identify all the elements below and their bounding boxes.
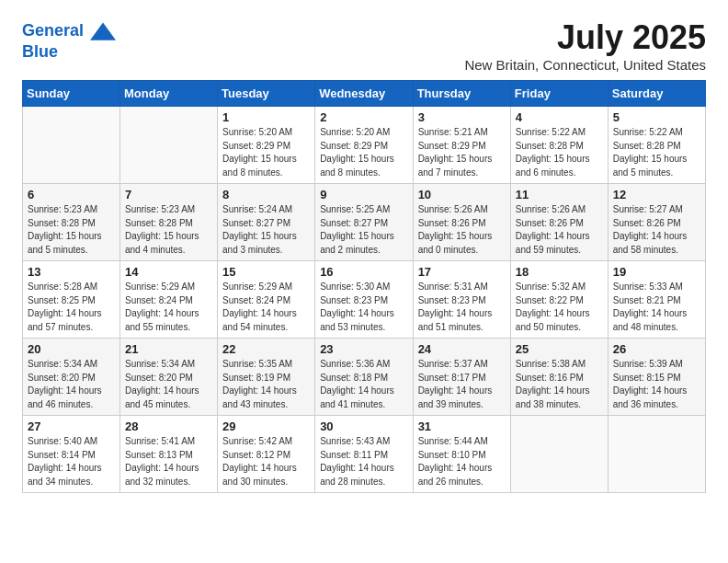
day-number: 28	[125, 419, 212, 433]
logo-text: General	[22, 18, 116, 44]
day-info: Sunrise: 5:23 AM Sunset: 8:28 PM Dayligh…	[125, 203, 212, 257]
calendar-cell: 11Sunrise: 5:26 AM Sunset: 8:26 PM Dayli…	[510, 184, 608, 261]
day-info: Sunrise: 5:44 AM Sunset: 8:10 PM Dayligh…	[418, 435, 506, 488]
day-info: Sunrise: 5:32 AM Sunset: 8:22 PM Dayligh…	[516, 281, 603, 334]
day-number: 26	[613, 342, 700, 356]
day-info: Sunrise: 5:29 AM Sunset: 8:24 PM Dayligh…	[222, 281, 310, 334]
calendar-cell: 24Sunrise: 5:37 AM Sunset: 8:17 PM Dayli…	[413, 339, 510, 416]
day-info: Sunrise: 5:33 AM Sunset: 8:21 PM Dayligh…	[613, 281, 700, 334]
calendar-cell: 19Sunrise: 5:33 AM Sunset: 8:21 PM Dayli…	[608, 261, 705, 339]
day-number: 15	[222, 265, 310, 279]
day-number: 22	[222, 342, 310, 356]
day-number: 17	[418, 265, 506, 279]
calendar-cell: 1Sunrise: 5:20 AM Sunset: 8:29 PM Daylig…	[218, 107, 315, 184]
day-info: Sunrise: 5:26 AM Sunset: 8:26 PM Dayligh…	[516, 203, 603, 257]
day-info: Sunrise: 5:35 AM Sunset: 8:19 PM Dayligh…	[222, 358, 310, 411]
day-number: 30	[320, 419, 407, 433]
day-number: 9	[320, 188, 407, 201]
calendar-table: SundayMondayTuesdayWednesdayThursdayFrid…	[22, 80, 706, 493]
day-number: 31	[418, 419, 506, 433]
calendar-week-row: 13Sunrise: 5:28 AM Sunset: 8:25 PM Dayli…	[23, 261, 706, 339]
day-info: Sunrise: 5:42 AM Sunset: 8:12 PM Dayligh…	[222, 435, 310, 488]
day-number: 25	[516, 342, 603, 356]
day-number: 2	[320, 110, 407, 124]
calendar-cell: 3Sunrise: 5:21 AM Sunset: 8:29 PM Daylig…	[413, 107, 510, 184]
day-number: 8	[222, 188, 310, 201]
day-info: Sunrise: 5:21 AM Sunset: 8:29 PM Dayligh…	[418, 126, 506, 179]
page-header: General Blue July 2025 New Britain, Conn…	[22, 18, 706, 73]
weekday-header: Thursday	[413, 81, 510, 107]
day-info: Sunrise: 5:34 AM Sunset: 8:20 PM Dayligh…	[125, 358, 212, 411]
calendar-cell	[510, 416, 608, 493]
day-number: 18	[516, 265, 603, 279]
day-number: 14	[125, 265, 212, 279]
calendar-cell: 28Sunrise: 5:41 AM Sunset: 8:13 PM Dayli…	[120, 416, 218, 493]
calendar-week-row: 20Sunrise: 5:34 AM Sunset: 8:20 PM Dayli…	[23, 339, 706, 416]
day-number: 23	[320, 342, 407, 356]
title-block: July 2025 New Britain, Connecticut, Unit…	[464, 18, 706, 73]
day-info: Sunrise: 5:27 AM Sunset: 8:26 PM Dayligh…	[613, 203, 700, 257]
calendar-cell: 12Sunrise: 5:27 AM Sunset: 8:26 PM Dayli…	[608, 184, 705, 261]
logo-blue: Blue	[22, 42, 116, 62]
calendar-cell: 10Sunrise: 5:26 AM Sunset: 8:26 PM Dayli…	[413, 184, 510, 261]
calendar-cell: 9Sunrise: 5:25 AM Sunset: 8:27 PM Daylig…	[315, 184, 413, 261]
day-number: 10	[418, 188, 506, 201]
svg-marker-0	[90, 22, 116, 40]
day-number: 5	[613, 110, 700, 124]
calendar-cell: 5Sunrise: 5:22 AM Sunset: 8:28 PM Daylig…	[608, 107, 705, 184]
calendar-cell: 4Sunrise: 5:22 AM Sunset: 8:28 PM Daylig…	[510, 107, 608, 184]
day-info: Sunrise: 5:22 AM Sunset: 8:28 PM Dayligh…	[613, 126, 700, 179]
calendar-cell: 30Sunrise: 5:43 AM Sunset: 8:11 PM Dayli…	[315, 416, 413, 493]
weekday-header: Sunday	[23, 81, 120, 107]
calendar-cell: 18Sunrise: 5:32 AM Sunset: 8:22 PM Dayli…	[510, 261, 608, 339]
day-number: 6	[28, 188, 115, 201]
day-number: 27	[28, 419, 115, 433]
weekday-header: Tuesday	[218, 81, 315, 107]
day-number: 21	[125, 342, 212, 356]
calendar-cell: 2Sunrise: 5:20 AM Sunset: 8:29 PM Daylig…	[315, 107, 413, 184]
calendar-cell: 23Sunrise: 5:36 AM Sunset: 8:18 PM Dayli…	[315, 339, 413, 416]
calendar-cell	[120, 107, 218, 184]
month-title: July 2025	[464, 18, 706, 57]
day-info: Sunrise: 5:41 AM Sunset: 8:13 PM Dayligh…	[125, 435, 212, 488]
weekday-header: Friday	[510, 81, 608, 107]
calendar-cell: 29Sunrise: 5:42 AM Sunset: 8:12 PM Dayli…	[218, 416, 315, 493]
location-title: New Britain, Connecticut, United States	[464, 57, 706, 73]
calendar-week-row: 1Sunrise: 5:20 AM Sunset: 8:29 PM Daylig…	[23, 107, 706, 184]
calendar-week-row: 6Sunrise: 5:23 AM Sunset: 8:28 PM Daylig…	[23, 184, 706, 261]
day-info: Sunrise: 5:20 AM Sunset: 8:29 PM Dayligh…	[222, 126, 310, 179]
day-number: 13	[28, 265, 115, 279]
day-info: Sunrise: 5:36 AM Sunset: 8:18 PM Dayligh…	[320, 358, 407, 411]
day-info: Sunrise: 5:31 AM Sunset: 8:23 PM Dayligh…	[418, 281, 506, 334]
calendar-cell: 27Sunrise: 5:40 AM Sunset: 8:14 PM Dayli…	[23, 416, 120, 493]
calendar-cell: 6Sunrise: 5:23 AM Sunset: 8:28 PM Daylig…	[23, 184, 120, 261]
day-info: Sunrise: 5:43 AM Sunset: 8:11 PM Dayligh…	[320, 435, 407, 488]
day-info: Sunrise: 5:34 AM Sunset: 8:20 PM Dayligh…	[28, 358, 115, 411]
day-info: Sunrise: 5:22 AM Sunset: 8:28 PM Dayligh…	[516, 126, 603, 179]
calendar-cell: 14Sunrise: 5:29 AM Sunset: 8:24 PM Dayli…	[120, 261, 218, 339]
day-number: 11	[516, 188, 603, 201]
day-number: 3	[418, 110, 506, 124]
day-info: Sunrise: 5:40 AM Sunset: 8:14 PM Dayligh…	[28, 435, 115, 488]
weekday-header: Saturday	[608, 81, 705, 107]
day-number: 1	[222, 110, 310, 124]
calendar-cell: 8Sunrise: 5:24 AM Sunset: 8:27 PM Daylig…	[218, 184, 315, 261]
day-info: Sunrise: 5:25 AM Sunset: 8:27 PM Dayligh…	[320, 203, 407, 257]
weekday-header: Wednesday	[315, 81, 413, 107]
calendar-cell: 31Sunrise: 5:44 AM Sunset: 8:10 PM Dayli…	[413, 416, 510, 493]
calendar-cell: 21Sunrise: 5:34 AM Sunset: 8:20 PM Dayli…	[120, 339, 218, 416]
calendar-cell: 22Sunrise: 5:35 AM Sunset: 8:19 PM Dayli…	[218, 339, 315, 416]
calendar-cell: 15Sunrise: 5:29 AM Sunset: 8:24 PM Dayli…	[218, 261, 315, 339]
day-number: 19	[613, 265, 700, 279]
day-info: Sunrise: 5:23 AM Sunset: 8:28 PM Dayligh…	[28, 203, 115, 257]
day-info: Sunrise: 5:37 AM Sunset: 8:17 PM Dayligh…	[418, 358, 506, 411]
day-info: Sunrise: 5:28 AM Sunset: 8:25 PM Dayligh…	[28, 281, 115, 334]
calendar-cell	[608, 416, 705, 493]
calendar-cell: 25Sunrise: 5:38 AM Sunset: 8:16 PM Dayli…	[510, 339, 608, 416]
calendar-week-row: 27Sunrise: 5:40 AM Sunset: 8:14 PM Dayli…	[23, 416, 706, 493]
weekday-header-row: SundayMondayTuesdayWednesdayThursdayFrid…	[23, 81, 706, 107]
logo: General Blue	[22, 18, 116, 62]
day-info: Sunrise: 5:38 AM Sunset: 8:16 PM Dayligh…	[516, 358, 603, 411]
calendar-cell: 16Sunrise: 5:30 AM Sunset: 8:23 PM Dayli…	[315, 261, 413, 339]
day-info: Sunrise: 5:20 AM Sunset: 8:29 PM Dayligh…	[320, 126, 407, 179]
